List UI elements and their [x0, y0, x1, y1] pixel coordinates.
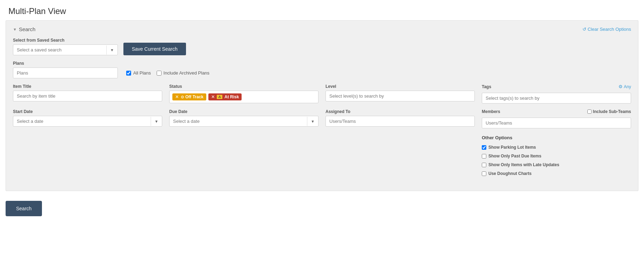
search-toggle[interactable]: ▼ Search	[13, 26, 35, 32]
search-button[interactable]: Search	[6, 201, 42, 216]
saved-search-dropdown-arrow[interactable]: ▼	[106, 45, 117, 55]
start-date-input[interactable]	[13, 116, 151, 126]
start-date-label: Start Date	[13, 109, 162, 114]
plans-checkboxes: All Plans Include Archived Plans	[126, 70, 209, 78]
members-label: Members	[482, 109, 500, 114]
doughnut-label: Use Doughnut Charts	[488, 171, 531, 176]
plans-row: Plans All Plans Include Archived Plans	[13, 61, 631, 78]
tags-any-button[interactable]: ⚙ Any	[618, 84, 631, 89]
past-due-label: Show Only Past Due Items	[488, 154, 541, 158]
tags-group: Tags ⚙ Any	[482, 84, 631, 104]
gear-icon: ⚙	[618, 84, 623, 89]
start-date-arrow[interactable]: ▼	[151, 117, 162, 126]
off-track-remove[interactable]: ✕	[175, 94, 179, 99]
plans-label: Plans	[13, 61, 118, 66]
include-archived-checkbox-label[interactable]: Include Archived Plans	[157, 70, 210, 76]
item-title-input[interactable]	[13, 91, 162, 101]
include-subteams-text: Include Sub-Teams	[593, 109, 631, 114]
parking-lot-label: Show Parking Lot Items	[488, 145, 536, 150]
status-group: Status ✕ ⊙ Off Track ✕ ⚠ At Risk	[169, 84, 319, 103]
date-row: Start Date ▼ Due Date ▼ Assigned To Memb…	[13, 109, 631, 178]
late-updates-option[interactable]: Show Only Items with Late Updates	[482, 162, 631, 167]
past-due-option[interactable]: Show Only Past Due Items	[482, 154, 631, 158]
include-archived-label: Include Archived Plans	[164, 70, 210, 76]
include-archived-checkbox[interactable]	[157, 71, 162, 76]
due-date-arrow[interactable]: ▼	[307, 117, 318, 126]
start-date-input-wrapper[interactable]: ▼	[13, 116, 162, 127]
tags-any-label: Any	[624, 84, 631, 89]
refresh-icon: ↺	[582, 27, 586, 32]
at-risk-remove[interactable]: ✕	[211, 94, 215, 99]
assigned-to-label: Assigned To	[325, 109, 475, 114]
saved-search-input-wrapper[interactable]: ▼	[13, 44, 118, 55]
saved-search-label: Select from Saved Search	[13, 38, 118, 43]
tags-label: Tags	[482, 84, 491, 89]
other-options-label: Other Options	[482, 135, 631, 140]
main-fields-row: Item Title Status ✕ ⊙ Off Track ✕ ⚠ At R…	[13, 84, 631, 104]
status-tag-off-track: ✕ ⊙ Off Track	[172, 93, 206, 100]
tags-input[interactable]	[482, 93, 631, 104]
status-field[interactable]: ✕ ⊙ Off Track ✕ ⚠ At Risk	[169, 91, 319, 103]
due-date-group: Due Date ▼	[169, 109, 319, 127]
item-title-group: Item Title	[13, 84, 162, 101]
doughnut-checkbox[interactable]	[482, 171, 486, 176]
clear-search-label: Clear Search Options	[588, 27, 631, 32]
clear-search-button[interactable]: ↺ Clear Search Options	[582, 27, 631, 32]
assigned-to-group: Assigned To	[325, 109, 475, 127]
all-plans-label: All Plans	[133, 70, 151, 76]
past-due-checkbox[interactable]	[482, 154, 486, 158]
late-updates-label: Show Only Items with Late Updates	[488, 162, 559, 167]
due-date-input[interactable]	[170, 116, 307, 126]
start-date-group: Start Date ▼	[13, 109, 162, 127]
save-current-search-button[interactable]: Save Current Search	[123, 43, 186, 55]
doughnut-option[interactable]: Use Doughnut Charts	[482, 171, 631, 176]
assigned-to-input[interactable]	[325, 116, 475, 127]
late-updates-checkbox[interactable]	[482, 163, 486, 167]
chevron-down-icon: ▼	[13, 27, 17, 31]
search-panel: ▼ Search ↺ Clear Search Options Select f…	[6, 20, 638, 191]
status-tag-at-risk: ✕ ⚠ At Risk	[208, 93, 242, 100]
at-risk-label: At Risk	[224, 94, 239, 99]
search-panel-header: ▼ Search ↺ Clear Search Options	[13, 26, 631, 32]
item-title-label: Item Title	[13, 84, 162, 89]
due-date-label: Due Date	[169, 109, 319, 114]
plans-input[interactable]	[13, 68, 118, 78]
off-track-label: Off Track	[185, 94, 203, 99]
level-input[interactable]	[325, 91, 475, 101]
bottom-bar: Search	[0, 197, 644, 220]
plans-group: Plans	[13, 61, 118, 78]
tags-header: Tags ⚙ Any	[482, 84, 631, 89]
members-header: Members Include Sub-Teams	[482, 109, 631, 114]
all-plans-checkbox-label[interactable]: All Plans	[126, 70, 151, 76]
include-subteams-checkbox[interactable]	[587, 110, 592, 114]
members-other-group: Members Include Sub-Teams Other Options …	[482, 109, 631, 178]
members-input[interactable]	[482, 118, 631, 128]
search-toggle-label: Search	[19, 26, 36, 32]
parking-lot-checkbox[interactable]	[482, 145, 486, 150]
level-group: Level	[325, 84, 475, 101]
saved-search-row: Select from Saved Search ▼ Save Current …	[13, 38, 631, 55]
saved-search-group: Select from Saved Search ▼	[13, 38, 118, 55]
include-subteams-label[interactable]: Include Sub-Teams	[587, 109, 631, 114]
saved-search-input[interactable]	[13, 45, 106, 55]
status-label: Status	[169, 84, 319, 89]
all-plans-checkbox[interactable]	[126, 71, 131, 76]
off-track-circle-icon: ⊙	[181, 95, 184, 99]
warning-icon: ⚠	[217, 95, 222, 99]
page-title: Multi-Plan View	[0, 0, 644, 20]
level-label: Level	[325, 84, 475, 89]
due-date-input-wrapper[interactable]: ▼	[169, 116, 319, 127]
parking-lot-option[interactable]: Show Parking Lot Items	[482, 145, 631, 150]
